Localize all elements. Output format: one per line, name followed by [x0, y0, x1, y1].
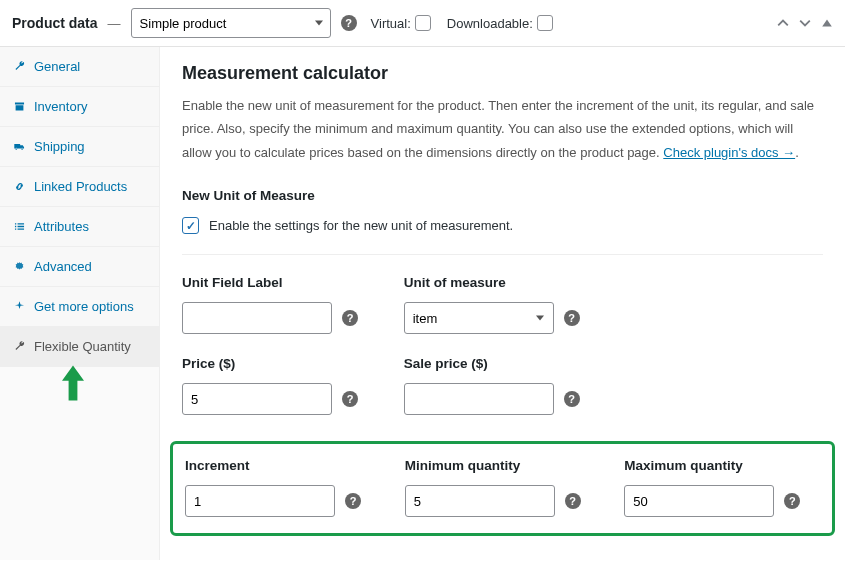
tab-linked-products[interactable]: Linked Products	[0, 167, 159, 207]
help-icon[interactable]: ?	[345, 493, 361, 509]
link-icon	[12, 180, 26, 194]
move-down-icon[interactable]	[799, 17, 811, 29]
unit-field-label-label: Unit Field Label	[182, 275, 380, 290]
section-description: Enable the new unit of measurement for t…	[182, 94, 823, 164]
tab-label: Inventory	[34, 99, 87, 114]
section-title: Measurement calculator	[182, 63, 823, 84]
enable-row: ✓ Enable the settings for the new unit o…	[182, 217, 823, 255]
wrench-icon	[12, 60, 26, 74]
field-price: Price ($) ?	[182, 356, 380, 415]
sale-price-label: Sale price ($)	[404, 356, 602, 371]
downloadable-label: Downloadable:	[447, 16, 533, 31]
tab-get-more-options[interactable]: Get more options	[0, 287, 159, 327]
panel-body: General Inventory Shipping Linked Produc…	[0, 47, 845, 560]
field-min-quantity: Minimum quantity ?	[405, 458, 601, 517]
new-unit-heading: New Unit of Measure	[182, 188, 823, 203]
product-data-tabs: General Inventory Shipping Linked Produc…	[0, 47, 160, 560]
enable-label: Enable the settings for the new unit of …	[209, 218, 513, 233]
tab-label: Linked Products	[34, 179, 127, 194]
unit-of-measure-label: Unit of measure	[404, 275, 602, 290]
price-input[interactable]	[182, 383, 332, 415]
wrench-icon	[12, 340, 26, 354]
panel-title: Product data	[12, 15, 98, 31]
collapse-icon[interactable]	[821, 17, 833, 29]
archive-icon	[12, 100, 26, 114]
help-icon[interactable]: ?	[564, 310, 580, 326]
product-data-header: Product data — Simple product ? Virtual:…	[0, 0, 845, 47]
field-increment: Increment ?	[185, 458, 381, 517]
enable-checkbox[interactable]: ✓	[182, 217, 199, 234]
increment-label: Increment	[185, 458, 381, 473]
annotation-arrow-icon	[0, 365, 159, 401]
field-unit-field-label: Unit Field Label ?	[182, 275, 380, 334]
help-icon[interactable]: ?	[565, 493, 581, 509]
tab-label: Attributes	[34, 219, 89, 234]
help-icon[interactable]: ?	[342, 391, 358, 407]
product-type-toggles: Virtual: Downloadable:	[371, 15, 553, 31]
help-icon[interactable]: ?	[342, 310, 358, 326]
unit-field-label-input[interactable]	[182, 302, 332, 334]
panel-header-controls	[777, 17, 833, 29]
increment-input[interactable]	[185, 485, 335, 517]
tab-label: Flexible Quantity	[34, 339, 131, 354]
product-type-select-wrap: Simple product	[131, 8, 331, 38]
spark-icon	[12, 300, 26, 314]
tab-label: Get more options	[34, 299, 134, 314]
virtual-label: Virtual:	[371, 16, 411, 31]
max-quantity-label: Maximum quantity	[624, 458, 820, 473]
tab-inventory[interactable]: Inventory	[0, 87, 159, 127]
min-quantity-input[interactable]	[405, 485, 555, 517]
field-sale-price: Sale price ($) ?	[404, 356, 602, 415]
truck-icon	[12, 140, 26, 154]
tab-label: Shipping	[34, 139, 85, 154]
tab-label: Advanced	[34, 259, 92, 274]
downloadable-toggle[interactable]: Downloadable:	[447, 15, 553, 31]
help-icon[interactable]: ?	[341, 15, 357, 31]
product-type-select[interactable]: Simple product	[131, 8, 331, 38]
help-icon[interactable]: ?	[784, 493, 800, 509]
sale-price-input[interactable]	[404, 383, 554, 415]
gear-icon	[12, 260, 26, 274]
unit-of-measure-select[interactable]: item	[404, 302, 554, 334]
min-quantity-label: Minimum quantity	[405, 458, 601, 473]
highlighted-quantity-settings: Increment ? Minimum quantity ? Maximum q…	[170, 441, 835, 536]
tab-attributes[interactable]: Attributes	[0, 207, 159, 247]
tab-shipping[interactable]: Shipping	[0, 127, 159, 167]
field-spacer-2	[625, 356, 823, 415]
fields-grid: Unit Field Label ? Unit of measure item …	[182, 275, 823, 536]
tab-content: Measurement calculator Enable the new un…	[160, 47, 845, 560]
move-up-icon[interactable]	[777, 17, 789, 29]
tab-flexible-quantity[interactable]: Flexible Quantity	[0, 327, 159, 367]
tab-advanced[interactable]: Advanced	[0, 247, 159, 287]
price-label: Price ($)	[182, 356, 380, 371]
tab-general[interactable]: General	[0, 47, 159, 87]
downloadable-checkbox[interactable]	[537, 15, 553, 31]
virtual-checkbox[interactable]	[415, 15, 431, 31]
field-max-quantity: Maximum quantity ?	[624, 458, 820, 517]
field-spacer	[625, 275, 823, 334]
max-quantity-input[interactable]	[624, 485, 774, 517]
help-icon[interactable]: ?	[564, 391, 580, 407]
virtual-toggle[interactable]: Virtual:	[371, 15, 431, 31]
dash-separator: —	[108, 16, 121, 31]
field-unit-of-measure: Unit of measure item ?	[404, 275, 602, 334]
list-icon	[12, 220, 26, 234]
tab-label: General	[34, 59, 80, 74]
docs-link[interactable]: Check plugin's docs →	[663, 145, 795, 160]
